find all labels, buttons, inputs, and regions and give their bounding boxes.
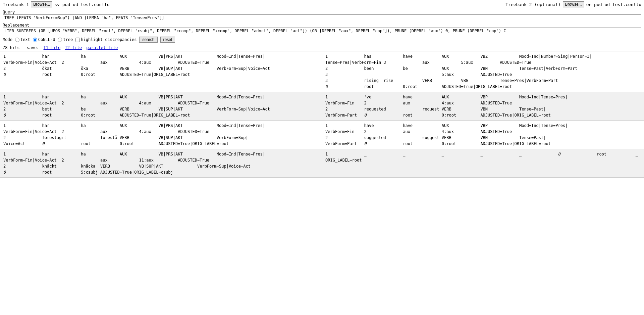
results-summary: 78 hits - save: xyxy=(3,45,39,50)
t2-file-link[interactable]: T2 file xyxy=(65,45,82,50)
search-button[interactable]: search xyxy=(139,37,157,43)
treebank1-label: Treebank 1 xyxy=(3,2,29,7)
mode-text-option[interactable]: text xyxy=(15,37,30,42)
highlight-discrepancies-checkbox[interactable]: highlight discrepancies xyxy=(75,37,137,42)
mode-tree-option[interactable]: tree xyxy=(58,37,73,42)
result-cell-t1: 1 har ha AUX VB|PRS|AKT Mood=Ind|Tense=P… xyxy=(0,149,322,177)
table-row: 1 har ha AUX VB|PRS|AKT Mood=Ind|Tense=P… xyxy=(0,51,644,92)
treebank2-filename: en_pud-ud-test.conllu xyxy=(586,2,641,7)
top-bar: Treebank 1 Browse... sv_pud-ud-test.conl… xyxy=(0,0,644,9)
results-bar: 78 hits - save: T1 file T2 file parallel… xyxy=(0,44,644,51)
result-cell-t2: 1 have have AUX VBP Mood=Ind|Tense=Pres|… xyxy=(322,121,644,149)
treebank2-label: Treebank 2 (optional) xyxy=(505,2,560,7)
result-cell-t1: 1 har ha AUX VB|PRS|AKT Mood=Ind|Tense=P… xyxy=(0,121,322,149)
result-cell-t2: 1 _ _ _ _ _ 0 root _ ORIG_LABEL=root xyxy=(322,149,644,177)
table-row: 1 har ha AUX VB|PRS|AKT Mood=Ind|Tense=P… xyxy=(0,121,644,149)
result-cell-t2: 1 has have AUX VBZ Mood=Ind|Number=Sing|… xyxy=(322,51,644,92)
treebank1-section: Treebank 1 Browse... sv_pud-ud-test.conl… xyxy=(3,1,110,7)
query-section: Query xyxy=(0,9,644,22)
table-row: 1 har ha AUX VB|PRS|AKT Mood=Ind|Tense=P… xyxy=(0,92,644,121)
reset-button[interactable]: reset xyxy=(160,37,175,43)
parallel-file-link[interactable]: parallel file xyxy=(86,45,118,50)
result-cell-t1: 1 har ha AUX VB|PRS|AKT Mood=Ind|Tense=P… xyxy=(0,92,322,120)
treebank1-browse-button[interactable]: Browse... xyxy=(31,1,52,7)
result-cell-t2: 1 've have AUX VBP Mood=Ind|Tense=Pres| … xyxy=(322,92,644,120)
table-row: 1 har ha AUX VB|PRS|AKT Mood=Ind|Tense=P… xyxy=(0,149,644,178)
highlight-label: highlight discrepancies xyxy=(81,37,137,42)
mode-conllu-option[interactable]: CoNLL-U xyxy=(33,37,55,42)
result-cell-t1: 1 har ha AUX VB|PRS|AKT Mood=Ind|Tense=P… xyxy=(0,51,322,92)
treebank2-section: Treebank 2 (optional) Browse... en_pud-u… xyxy=(505,1,641,7)
replacement-section: Replacement xyxy=(0,22,644,35)
replacement-label: Replacement xyxy=(3,23,641,28)
results-container: 1 har ha AUX VB|PRS|AKT Mood=Ind|Tense=P… xyxy=(0,51,644,315)
treebank1-filename: sv_pud-ud-test.conllu xyxy=(54,2,109,7)
mode-label: Mode xyxy=(3,37,12,42)
query-label: Query xyxy=(3,10,641,14)
query-input[interactable] xyxy=(3,14,641,21)
mode-bar: Mode text CoNLL-U tree highlight discrep… xyxy=(0,35,644,44)
treebank2-browse-button[interactable]: Browse... xyxy=(563,1,584,7)
replacement-input[interactable] xyxy=(3,28,641,34)
t1-file-link[interactable]: T1 file xyxy=(44,45,61,50)
